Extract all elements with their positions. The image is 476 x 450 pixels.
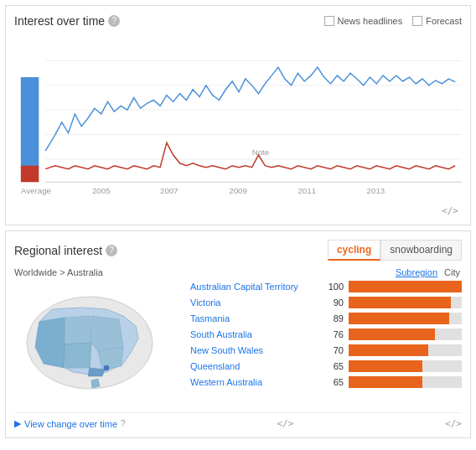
interest-header: Interest over time ? News headlines Fore…	[14, 14, 462, 28]
region-value: 76	[320, 329, 344, 339]
bar-fill	[349, 360, 422, 372]
regional-title: Regional interest	[14, 244, 102, 257]
interest-title: Interest over time	[14, 14, 105, 28]
chart-footer: </>	[14, 205, 462, 216]
regional-info-icon[interactable]: ?	[106, 245, 117, 256]
map-side: Worldwide > Australia	[14, 267, 182, 404]
regional-body: Worldwide > Australia	[14, 267, 462, 404]
table-row: Victoria 90	[190, 297, 462, 308]
bar-container	[349, 297, 462, 308]
column-headers: Subregion City	[190, 267, 462, 277]
city-col-header[interactable]: City	[444, 267, 460, 277]
region-name[interactable]: New South Wales	[190, 345, 320, 355]
svg-text:Average: Average	[21, 186, 51, 195]
regional-interest-section: Regional interest ? cycling snowboarding…	[5, 230, 471, 438]
region-value: 90	[320, 297, 344, 308]
svg-text:Note: Note	[252, 147, 270, 157]
svg-text:2011: 2011	[298, 186, 316, 195]
view-change-link[interactable]: ▶ View change over time ?	[14, 418, 126, 429]
svg-marker-22	[98, 347, 123, 370]
bar-fill	[349, 328, 435, 340]
chart-svg: Average 2005 2007 2009 2011 2013 Note	[14, 34, 462, 202]
subregion-col-header[interactable]: Subregion	[396, 267, 437, 277]
table-row: Australian Capital Territory 100	[190, 281, 462, 292]
region-value: 65	[320, 361, 344, 371]
breadcrumb: Worldwide > Australia	[14, 267, 182, 277]
australia-map	[14, 284, 165, 401]
svg-text:2007: 2007	[160, 186, 178, 195]
arrow-icon: ▶	[14, 418, 21, 429]
bar-fill	[349, 281, 462, 292]
svg-marker-20	[91, 316, 123, 351]
bar-container	[349, 360, 462, 372]
regional-embed-icon[interactable]: </>	[277, 418, 293, 429]
forecast-label: Forecast	[426, 16, 462, 26]
table-row: Western Australia 65	[190, 376, 462, 388]
region-value: 100	[320, 282, 344, 292]
bar-container	[349, 328, 462, 340]
interest-info-icon[interactable]: ?	[108, 15, 120, 27]
interest-chart: Average 2005 2007 2009 2011 2013 Note	[14, 34, 462, 202]
region-name[interactable]: Tasmania	[190, 313, 320, 323]
tab-snowboarding[interactable]: snowboarding	[380, 240, 462, 261]
table-row: Tasmania 89	[190, 313, 462, 324]
regional-footer: ▶ View change over time ? </> </>	[14, 412, 462, 429]
region-name[interactable]: Australian Capital Territory	[190, 282, 320, 292]
svg-text:2013: 2013	[367, 186, 385, 195]
region-value: 70	[320, 345, 344, 355]
bar-container	[349, 376, 462, 388]
svg-marker-19	[65, 316, 91, 344]
region-name[interactable]: Western Australia	[190, 377, 320, 387]
region-value: 65	[320, 377, 344, 387]
region-name[interactable]: South Australia	[190, 329, 320, 339]
legend-group: News headlines Forecast	[324, 16, 462, 26]
info-arrow-icon: ?	[121, 419, 126, 428]
regional-embed-icon2[interactable]: </>	[445, 418, 462, 429]
svg-rect-2	[21, 166, 39, 183]
regional-header: Regional interest ? cycling snowboarding	[14, 240, 462, 261]
svg-marker-23	[88, 368, 105, 376]
svg-text:2005: 2005	[92, 186, 111, 195]
svg-marker-24	[91, 379, 100, 388]
view-change-label: View change over time	[24, 419, 117, 429]
regional-title-group: Regional interest ?	[14, 244, 117, 257]
svg-marker-21	[65, 343, 91, 368]
region-name[interactable]: Victoria	[190, 297, 320, 308]
embed-icon[interactable]: </>	[442, 205, 458, 216]
bar-container	[349, 344, 462, 356]
news-headlines-legend: News headlines	[324, 16, 403, 26]
forecast-checkbox[interactable]	[412, 16, 422, 26]
bar-fill	[349, 344, 428, 356]
tab-group: cycling snowboarding	[328, 240, 462, 261]
title-group: Interest over time ?	[14, 14, 120, 28]
news-headlines-checkbox[interactable]	[324, 16, 334, 26]
svg-point-25	[104, 365, 109, 370]
tab-cycling[interactable]: cycling	[328, 240, 380, 261]
region-name[interactable]: Queensland	[190, 361, 320, 371]
table-row: Queensland 65	[190, 360, 462, 372]
bar-container	[349, 281, 462, 292]
news-headlines-label: News headlines	[338, 16, 403, 26]
bar-container	[349, 313, 462, 324]
svg-text:2009: 2009	[229, 186, 247, 195]
forecast-legend: Forecast	[412, 16, 462, 26]
bar-fill	[349, 313, 449, 324]
bar-fill	[349, 297, 451, 308]
data-side: Subregion City Australian Capital Territ…	[182, 267, 462, 404]
bar-fill	[349, 376, 422, 388]
interest-over-time-section: Interest over time ? News headlines Fore…	[5, 5, 471, 225]
table-row: New South Wales 70	[190, 344, 462, 356]
region-value: 89	[320, 313, 344, 323]
table-row: South Australia 76	[190, 328, 462, 340]
svg-rect-1	[21, 77, 39, 168]
